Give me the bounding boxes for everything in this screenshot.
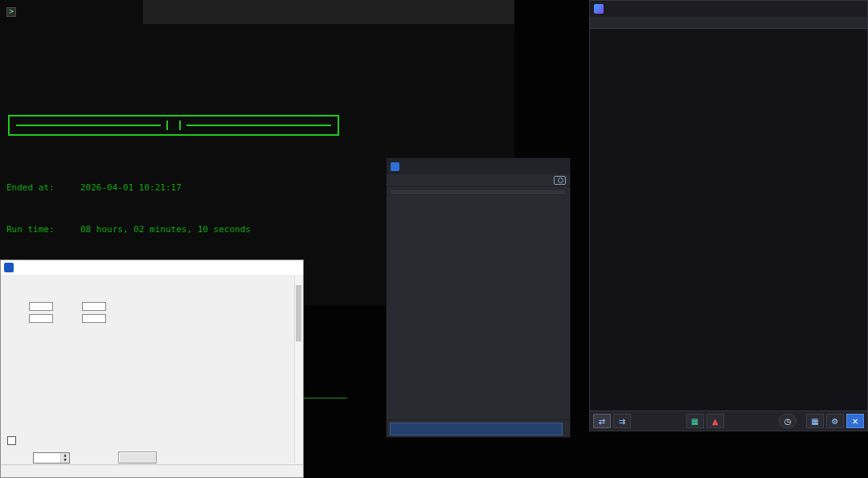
new-tab-button[interactable] <box>143 0 158 24</box>
zentimings-titlebar[interactable] <box>387 158 570 174</box>
minimize-button[interactable] <box>408 0 444 24</box>
tab-dropdown-button[interactable] <box>158 0 172 24</box>
scroll-up-icon[interactable] <box>295 276 302 284</box>
hwinfo-toolbar: ⇄ ⇉ ▦ ▲ ◷ ▦ ⚙ × <box>590 411 867 431</box>
timings-grid <box>387 200 570 419</box>
terminal-tab-corecycler[interactable]: > <box>0 0 143 24</box>
sensor-table-header <box>590 17 867 29</box>
startup-profile-option <box>7 436 20 445</box>
scroll-down-icon[interactable] <box>295 456 302 464</box>
close-button[interactable] <box>847 1 863 17</box>
core-offset-column-left <box>5 302 56 323</box>
desktop: > Ended at:2026-04-01 10:21:17 Run t <box>0 0 868 478</box>
logging-button[interactable]: ▦ <box>686 414 704 428</box>
fmax-apply-button[interactable] <box>118 451 157 464</box>
minimize-button[interactable] <box>815 1 831 17</box>
toggle-sensors-button[interactable]: ⇄ <box>593 414 611 428</box>
core-offset-column-right <box>58 302 109 323</box>
graph-button[interactable]: ⇉ <box>613 414 631 428</box>
vertical-scrollbar[interactable] <box>294 276 302 464</box>
summary-banner <box>8 115 339 136</box>
zentimings-bottombar <box>387 419 570 437</box>
settings-gear-button[interactable]: ⚙ <box>826 414 844 428</box>
ryzen-sdt-app-icon <box>4 263 14 272</box>
terminal-titlebar[interactable]: > <box>0 0 514 24</box>
maximize-button[interactable] <box>261 260 282 275</box>
close-button[interactable] <box>550 158 566 174</box>
all-cores-decrement-stepper[interactable] <box>82 314 106 323</box>
hwinfo-window: ⇄ ⇉ ▦ ▲ ◷ ▦ ⚙ × <box>589 0 868 431</box>
clock-icon[interactable]: ◷ <box>779 414 796 428</box>
scrollbar-thumb[interactable] <box>296 285 301 341</box>
maximize-button[interactable] <box>831 1 847 17</box>
dimm-selector-dropdown[interactable] <box>390 423 563 435</box>
status-bar <box>1 464 303 477</box>
minimize-button[interactable] <box>240 260 261 275</box>
system-info-panel <box>390 189 567 195</box>
all-cores-decrement-stepper[interactable] <box>29 314 53 323</box>
screenshot-camera-icon[interactable] <box>554 176 566 185</box>
minimize-button[interactable] <box>518 158 534 174</box>
all-cores-increment-stepper[interactable] <box>29 302 53 311</box>
close-button[interactable] <box>479 0 514 24</box>
close-sensors-button[interactable]: × <box>846 414 864 428</box>
close-button[interactable] <box>282 260 303 275</box>
zentimings-menubar <box>387 174 570 186</box>
hwinfo-titlebar[interactable] <box>590 1 867 17</box>
fmax-row: ▲▼ <box>7 452 70 464</box>
report-button[interactable]: ▦ <box>806 414 824 428</box>
maximize-button[interactable] <box>534 158 550 174</box>
ryzen-sdt-window: ▲▼ <box>0 259 304 478</box>
hwinfo-app-icon <box>594 4 604 14</box>
maximize-button[interactable] <box>444 0 479 24</box>
all-cores-increment-stepper[interactable] <box>82 302 106 311</box>
fmax-spinner[interactable]: ▲▼ <box>33 452 70 464</box>
alerts-button[interactable]: ▲ <box>706 414 724 428</box>
startup-profile-checkbox[interactable] <box>7 436 16 445</box>
zentimings-app-icon <box>391 162 399 171</box>
ryzen-sdt-titlebar[interactable] <box>1 260 303 275</box>
terminal-tab-icon: > <box>6 7 16 17</box>
zentimings-window <box>386 157 571 438</box>
sensor-table <box>590 29 867 411</box>
